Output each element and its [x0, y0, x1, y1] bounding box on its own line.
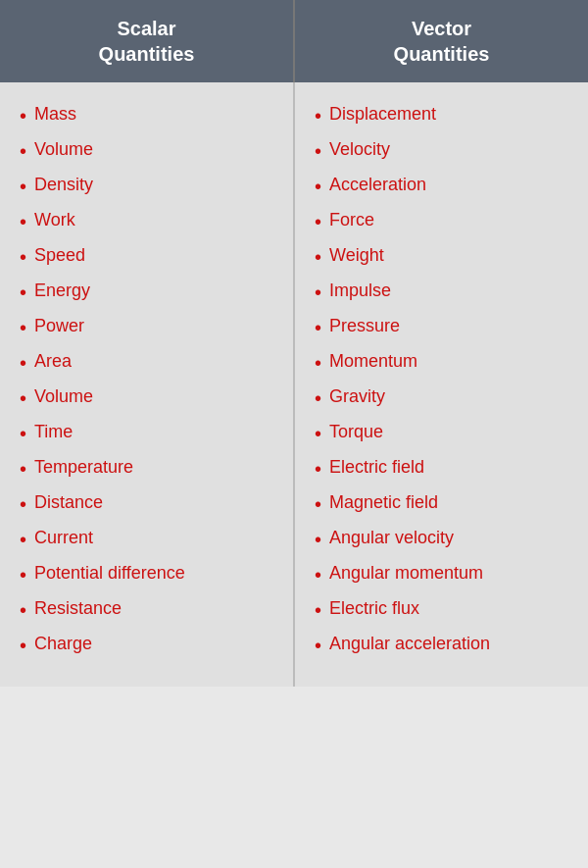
bullet-icon: • [315, 561, 321, 588]
bullet-icon: • [20, 137, 26, 165]
scalar-item-text: Charge [34, 632, 92, 656]
scalar-item-text: Mass [34, 102, 76, 127]
bullet-icon: • [315, 314, 321, 341]
scalar-item-text: Time [34, 420, 73, 444]
scalar-item-text: Density [34, 173, 93, 197]
bullet-icon: • [315, 490, 321, 518]
scalar-header: ScalarQuantities [0, 0, 295, 82]
content-row: •Mass•Volume•Density•Work•Speed•Energy•P… [0, 82, 588, 687]
list-item: •Volume [20, 384, 283, 412]
bullet-icon: • [315, 420, 321, 447]
bullet-icon: • [315, 279, 321, 306]
bullet-icon: • [20, 384, 26, 412]
scalar-item-text: Speed [34, 243, 85, 268]
vector-item-text: Torque [329, 420, 383, 444]
list-item: •Displacement [315, 102, 578, 129]
list-item: •Time [20, 420, 283, 447]
scalar-item-text: Resistance [34, 596, 122, 621]
list-item: •Pressure [315, 314, 578, 341]
bullet-icon: • [315, 208, 321, 235]
bullet-icon: • [20, 455, 26, 483]
list-item: •Area [20, 349, 283, 377]
bullet-icon: • [315, 384, 321, 412]
list-item: •Gravity [315, 384, 578, 412]
scalar-column: •Mass•Volume•Density•Work•Speed•Energy•P… [0, 82, 295, 687]
vector-item-text: Weight [329, 243, 384, 268]
list-item: •Resistance [20, 596, 283, 624]
scalar-item-text: Volume [34, 384, 93, 409]
bullet-icon: • [20, 243, 26, 271]
vector-item-text: Momentum [329, 349, 417, 374]
bullet-icon: • [20, 561, 26, 588]
bullet-icon: • [20, 173, 26, 200]
vector-item-text: Velocity [329, 137, 390, 162]
bullet-icon: • [20, 314, 26, 341]
vector-item-text: Angular momentum [329, 561, 483, 586]
list-item: •Current [20, 526, 283, 553]
vector-item-text: Pressure [329, 314, 400, 338]
vector-item-text: Displacement [329, 102, 436, 127]
vector-item-text: Magnetic field [329, 490, 438, 515]
scalar-item-text: Potential difference [34, 561, 185, 586]
list-item: •Weight [315, 243, 578, 271]
bullet-icon: • [20, 420, 26, 447]
bullet-icon: • [315, 526, 321, 553]
list-item: •Electric field [315, 455, 578, 483]
bullet-icon: • [20, 490, 26, 518]
list-item: •Acceleration [315, 173, 578, 200]
list-item: •Magnetic field [315, 490, 578, 518]
list-item: •Volume [20, 137, 283, 165]
vector-item-text: Angular acceleration [329, 632, 490, 656]
list-item: •Work [20, 208, 283, 235]
vector-item-text: Impulse [329, 279, 391, 303]
list-item: •Angular acceleration [315, 632, 578, 659]
bullet-icon: • [20, 279, 26, 306]
list-item: •Momentum [315, 349, 578, 377]
bullet-icon: • [20, 632, 26, 659]
bullet-icon: • [315, 349, 321, 377]
list-item: •Mass [20, 102, 283, 129]
vector-column: •Displacement•Velocity•Acceleration•Forc… [295, 82, 588, 687]
list-item: •Temperature [20, 455, 283, 483]
vector-item-text: Angular velocity [329, 526, 454, 550]
list-item: •Distance [20, 490, 283, 518]
bullet-icon: • [20, 102, 26, 129]
list-item: •Energy [20, 279, 283, 306]
list-item: •Speed [20, 243, 283, 271]
list-item: •Electric flux [315, 596, 578, 624]
list-item: •Charge [20, 632, 283, 659]
list-item: •Velocity [315, 137, 578, 165]
list-item: •Density [20, 173, 283, 200]
main-table: ScalarQuantities VectorQuantities •Mass•… [0, 0, 588, 868]
list-item: •Angular velocity [315, 526, 578, 553]
scalar-item-text: Volume [34, 137, 93, 162]
vector-item-text: Gravity [329, 384, 385, 409]
list-item: •Torque [315, 420, 578, 447]
scalar-item-text: Temperature [34, 455, 133, 480]
vector-item-text: Electric flux [329, 596, 419, 621]
list-item: •Impulse [315, 279, 578, 306]
bullet-icon: • [315, 243, 321, 271]
bullet-icon: • [315, 102, 321, 129]
bullet-icon: • [315, 596, 321, 624]
header-row: ScalarQuantities VectorQuantities [0, 0, 588, 82]
bullet-icon: • [315, 455, 321, 483]
bullet-icon: • [315, 632, 321, 659]
scalar-item-text: Distance [34, 490, 103, 515]
scalar-item-text: Energy [34, 279, 90, 303]
vector-item-text: Electric field [329, 455, 424, 480]
bullet-icon: • [20, 526, 26, 553]
bullet-icon: • [20, 596, 26, 624]
list-item: •Potential difference [20, 561, 283, 588]
list-item: •Force [315, 208, 578, 235]
list-item: •Angular momentum [315, 561, 578, 588]
scalar-item-text: Area [34, 349, 72, 374]
bullet-icon: • [20, 349, 26, 377]
vector-item-text: Acceleration [329, 173, 426, 197]
scalar-item-text: Work [34, 208, 75, 232]
vector-item-text: Force [329, 208, 374, 232]
bullet-icon: • [20, 208, 26, 235]
bullet-icon: • [315, 173, 321, 200]
vector-header: VectorQuantities [295, 0, 588, 82]
scalar-item-text: Current [34, 526, 93, 550]
